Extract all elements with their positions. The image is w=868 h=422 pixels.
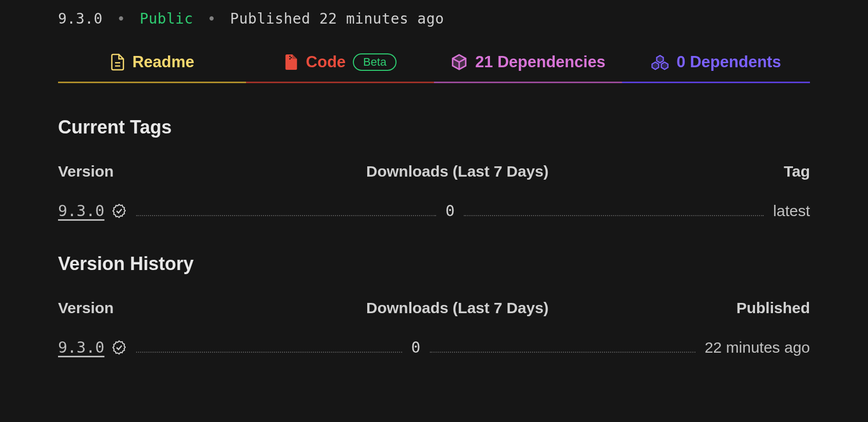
version-history-header-row: Version Downloads (Last 7 Days) Publishe… xyxy=(58,299,810,317)
table-row: 9.3.0 0 latest xyxy=(58,202,810,220)
cubes-icon xyxy=(651,53,669,71)
version-history-heading: Version History xyxy=(58,253,810,275)
tab-code[interactable]: Code Beta xyxy=(246,43,434,83)
current-tags-header-row: Version Downloads (Last 7 Days) Tag xyxy=(58,163,810,180)
header-downloads: Downloads (Last 7 Days) xyxy=(366,163,615,180)
dotted-separator xyxy=(136,342,402,353)
published-time: 22 minutes ago xyxy=(319,10,444,27)
separator-dot: • xyxy=(117,10,125,27)
tab-dependencies-label: 21 Dependencies xyxy=(475,53,605,71)
downloads-value: 0 xyxy=(445,202,455,220)
cube-icon xyxy=(450,53,468,71)
header-downloads: Downloads (Last 7 Days) xyxy=(366,299,615,317)
tab-dependencies[interactable]: 21 Dependencies xyxy=(434,43,622,83)
dotted-separator xyxy=(136,206,436,216)
header-version: Version xyxy=(58,299,366,317)
svg-rect-4 xyxy=(289,59,291,60)
file-zip-icon xyxy=(284,53,299,71)
published-value: 22 minutes ago xyxy=(705,339,810,356)
package-version: 9.3.0 xyxy=(58,10,103,27)
header-published: Published xyxy=(615,299,810,317)
version-link[interactable]: 9.3.0 xyxy=(58,338,104,356)
version-link[interactable]: 9.3.0 xyxy=(58,202,104,220)
tab-code-label: Code xyxy=(306,53,346,71)
visibility-label: Public xyxy=(140,10,193,27)
tab-dependents[interactable]: 0 Dependents xyxy=(622,43,810,83)
header-tag: Tag xyxy=(615,163,810,180)
current-tags-heading: Current Tags xyxy=(58,117,810,138)
tab-bar: Readme Code Beta 21 D xyxy=(58,43,810,83)
file-text-icon xyxy=(110,53,125,71)
beta-badge: Beta xyxy=(353,53,397,71)
verified-icon xyxy=(111,203,127,219)
dotted-separator xyxy=(430,342,695,353)
separator-dot: • xyxy=(207,10,216,27)
downloads-value: 0 xyxy=(411,338,421,356)
tab-readme-label: Readme xyxy=(133,53,195,71)
table-row: 9.3.0 0 22 minutes ago xyxy=(58,338,810,356)
dotted-separator xyxy=(464,206,764,216)
tab-dependents-label: 0 Dependents xyxy=(676,53,781,71)
svg-rect-2 xyxy=(289,56,291,57)
svg-rect-3 xyxy=(290,57,292,59)
package-meta: 9.3.0 • Public • Published 22 minutes ag… xyxy=(58,0,810,43)
tag-value: latest xyxy=(773,202,810,220)
header-version: Version xyxy=(58,163,366,180)
published-prefix: Published xyxy=(230,10,310,27)
verified-icon xyxy=(111,340,127,355)
tab-readme[interactable]: Readme xyxy=(58,43,246,83)
